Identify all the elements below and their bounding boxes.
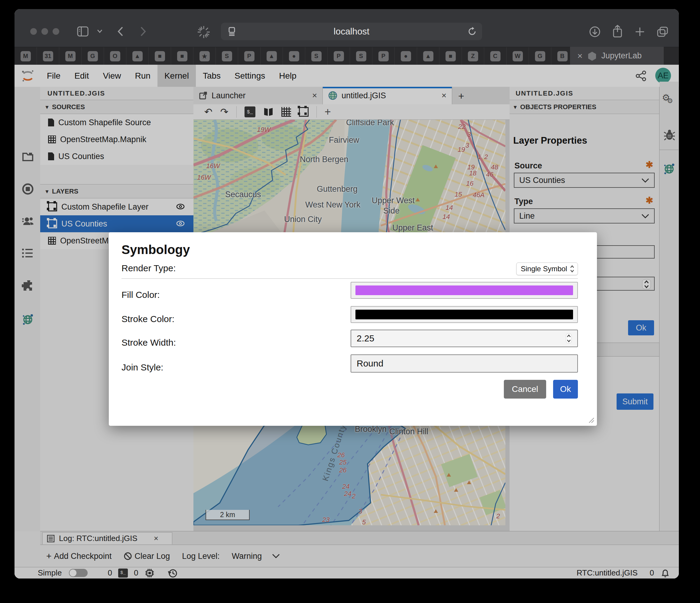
close-tab-icon[interactable]: × [577, 51, 583, 61]
bookmark-favicon[interactable]: C [484, 47, 506, 65]
bookmark-favicon[interactable]: ▲ [260, 47, 283, 65]
bookmark-favicon[interactable]: ● [283, 47, 305, 65]
bookmark-favicon[interactable]: P [238, 47, 260, 65]
bookmark-favicon[interactable]: ▲ [417, 47, 440, 65]
browser-tab-jupyterlab[interactable]: × JupyterLab [570, 47, 664, 65]
symbology-dialog: Symbology Render Type: Single Symbol Fil… [109, 232, 597, 426]
bookmark-favicon[interactable]: P [328, 47, 350, 65]
stroke-color-input[interactable] [351, 306, 578, 323]
browser-tab-label: JupyterLab [601, 51, 642, 61]
bookmark-favicon[interactable]: W [506, 47, 529, 65]
row-divider [122, 278, 578, 279]
address-bar[interactable]: localhost [221, 23, 482, 40]
updown-stepper-icon [570, 265, 575, 273]
back-button[interactable] [116, 26, 125, 37]
join-style-label: Join Style: [122, 362, 163, 372]
stroke-color-swatch [355, 310, 573, 319]
share-button[interactable] [612, 25, 623, 38]
join-style-value: Round [357, 358, 383, 369]
cancel-button[interactable]: Cancel [504, 380, 546, 399]
resize-handle-icon[interactable] [587, 416, 595, 424]
fill-color-swatch [355, 286, 573, 295]
minimize-window-button[interactable] [42, 28, 48, 35]
sidebar-chevron-icon[interactable] [97, 29, 103, 33]
ok-button[interactable]: Ok [553, 380, 578, 399]
close-window-button[interactable] [30, 28, 37, 35]
fill-color-input[interactable] [351, 282, 578, 299]
bookmark-favicon[interactable]: M [15, 47, 37, 65]
reader-icon[interactable] [227, 27, 237, 36]
sidebar-toggle-icon[interactable] [76, 25, 89, 38]
bookmark-favicon[interactable]: ● [395, 47, 417, 65]
browser-window: localhost M 31 M G O ▲ ■ ■ ★ S P [15, 9, 679, 579]
updown-stepper-icon[interactable] [566, 333, 572, 343]
browser-titlebar: localhost [15, 9, 679, 47]
render-type-select[interactable]: Single Symbol [516, 263, 578, 275]
new-tab-button[interactable] [635, 27, 645, 37]
zoom-window-button[interactable] [53, 28, 59, 35]
fill-color-label: Fill Color: [122, 290, 160, 300]
bookmark-favicon[interactable]: ▲ [126, 47, 149, 65]
tab-overview-button[interactable] [656, 26, 669, 38]
bookmark-favicon[interactable]: 31 [37, 47, 59, 65]
bookmark-favicon[interactable]: G [529, 47, 551, 65]
stroke-width-input[interactable]: 2.25 [351, 330, 578, 347]
bookmark-favicon[interactable]: M [59, 47, 82, 65]
bookmark-favicon[interactable]: P [372, 47, 395, 65]
bookmark-favicon[interactable]: S [216, 47, 238, 65]
join-style-select[interactable]: Round [351, 355, 578, 372]
bookmark-favicon[interactable]: ■ [149, 47, 171, 65]
bookmark-favicon[interactable]: Z [462, 47, 484, 65]
bookmark-favicon[interactable]: S [350, 47, 372, 65]
url-text: localhost [334, 26, 369, 37]
bookmark-favicon[interactable]: ■ [440, 47, 462, 65]
reload-icon[interactable] [468, 27, 477, 36]
bookmark-favicon[interactable]: ★ [194, 47, 216, 65]
bookmark-favicon[interactable]: O [104, 47, 126, 65]
loading-spinner-icon [197, 25, 210, 39]
forward-button[interactable] [139, 26, 148, 37]
downloads-button[interactable] [589, 26, 601, 38]
bookmark-favicon[interactable]: S [305, 47, 328, 65]
render-type-label: Render Type: [122, 263, 176, 273]
bookmark-favicon[interactable]: G [82, 47, 104, 65]
jupyterlab-favicon-hexagon-icon [588, 51, 597, 61]
stroke-width-value: 2.25 [357, 333, 374, 343]
stroke-color-label: Stroke Color: [122, 314, 174, 324]
dialog-title: Symbology [122, 243, 190, 257]
stroke-width-label: Stroke Width: [122, 337, 176, 348]
bookmark-favicon[interactable]: ■ [171, 47, 194, 65]
